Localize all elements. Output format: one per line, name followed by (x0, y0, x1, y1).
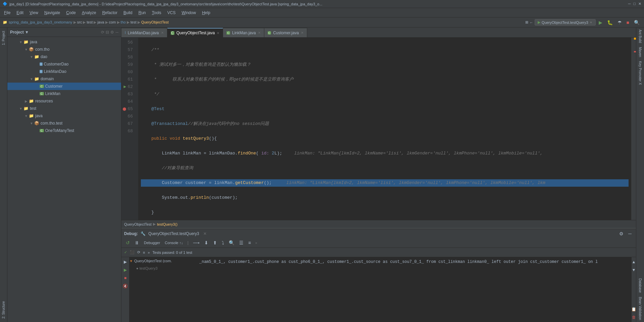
run-button[interactable]: ▶ (597, 19, 604, 26)
code-line-66: System.out.println(customer); (141, 194, 629, 201)
menu-edit[interactable]: Edit (14, 9, 26, 16)
search-button[interactable]: 🔍 (632, 19, 641, 26)
menu-code[interactable]: Code (63, 9, 78, 16)
console-line-1: _nam5_0_1_, customer1_.cust_phone as cus… (199, 259, 629, 265)
right-panels: Ant Build Maven Key Promoter X Database … (636, 28, 644, 322)
run-config[interactable]: ▶ QueryObjectTest.testQuery3 ▼ (535, 19, 596, 26)
tree-item-java[interactable]: ▼ 📁 java (7, 38, 121, 46)
tree-item-com-tho-test[interactable]: ▼ 📦 com.tho.test (7, 120, 121, 127)
code-content[interactable]: /** * 测试对多一，对象导航查询是否默认为懒加载？ * 联系人对象导航客户的… (138, 38, 631, 220)
run-tests-icon[interactable]: ⟳ (137, 250, 140, 255)
menu-file[interactable]: File (1, 9, 13, 16)
back-icon[interactable]: ← (530, 20, 533, 25)
close-debug-session[interactable]: ✕ (203, 231, 207, 236)
menu-tools[interactable]: Tools (149, 9, 164, 16)
project-tab[interactable]: 1: Project (1, 29, 6, 47)
database-tab[interactable]: Database (638, 276, 643, 295)
tree-item-onetomanytest[interactable]: C OneToManyTest (7, 127, 121, 134)
step-into-button[interactable]: ⬇ (203, 239, 210, 246)
tab-close-linkman[interactable]: ✕ (258, 31, 261, 35)
sync-button[interactable]: ⟳ (101, 30, 104, 35)
tab-close-customer[interactable]: ✕ (301, 31, 304, 35)
menu-bar: File Edit View Navigate Code Analyze Ref… (0, 8, 644, 17)
coverage-button[interactable]: ☂ (616, 19, 624, 26)
step-over-button[interactable]: ⟶ (191, 239, 201, 246)
maven-tab[interactable]: Maven (638, 45, 643, 59)
gutter-67: 67 (121, 120, 136, 128)
scroll-down-button[interactable]: ▼ (631, 267, 636, 273)
debug-minimize-button[interactable]: ─ (627, 230, 633, 237)
pause-button[interactable]: ⏸ (133, 239, 141, 246)
structure-tab[interactable]: 2: Structure (1, 299, 6, 321)
layout-icon[interactable]: ⊞ (525, 20, 528, 25)
copy-output-button[interactable]: 📋 (631, 306, 636, 313)
debugger-tab-btn[interactable]: Debugger (142, 240, 162, 245)
stop-button[interactable]: ■ (625, 19, 631, 26)
stop-test-icon[interactable]: ⬛ (130, 250, 135, 255)
console-tab-btn[interactable]: Console ↑↓ (163, 240, 184, 245)
rerun-button[interactable]: ↺ (124, 239, 131, 246)
debug-button[interactable]: 🐛 (605, 19, 614, 26)
tab-close-linkmandao[interactable]: ✕ (161, 31, 164, 35)
menu-view[interactable]: View (27, 9, 41, 16)
change-indicator (634, 38, 636, 40)
tab-linkman[interactable]: C LinkMan.java ✕ (223, 28, 264, 37)
run-icon[interactable]: ▶ (124, 83, 126, 91)
tab-customer[interactable]: C Customer.java ✕ (264, 28, 307, 37)
variables-button[interactable]: ≡ (247, 239, 253, 246)
test-result-text: Tests passed: 0 of 1 test (153, 250, 193, 255)
tree-item-dao[interactable]: ▼ 📁 dao (7, 53, 121, 60)
run-to-cursor-button[interactable]: ⤵ (220, 239, 226, 246)
more-options[interactable]: » (148, 250, 150, 255)
debug-resume-button[interactable]: ▶ (122, 267, 129, 273)
tree-item-resources[interactable]: ▶ 📁 resources (7, 97, 121, 105)
debug-toolbar: ↺ ⏸ Debugger Console ↑↓ | ⟶ ⬇ ⬆ ⤵ 🔍 ☰ ≡ … (121, 238, 636, 248)
tree-item-domain[interactable]: ▼ 📁 domain (7, 75, 121, 83)
key-promoter-tab[interactable]: Key Promoter X (638, 59, 643, 87)
code-line-57: * 测试对多一，对象导航查询是否默认为懒加载？ (141, 61, 629, 68)
menu-help[interactable]: Help (199, 9, 213, 16)
tree-item-java-test[interactable]: ▼ 📁 java (7, 112, 121, 120)
evaluate-button[interactable]: 🔍 (227, 239, 236, 246)
scrollbar-track[interactable] (631, 38, 636, 220)
menu-run[interactable]: Run (136, 9, 149, 16)
debug-tree-root[interactable]: ▼ QueryObjectTest (com. (129, 257, 196, 265)
menu-refactor[interactable]: Refactor (100, 9, 120, 16)
scroll-up-button[interactable]: ▲ (631, 259, 636, 265)
menu-analyze[interactable]: Analyze (79, 9, 99, 16)
tab-close-queryobjecttest[interactable]: ✕ (217, 31, 219, 35)
gutter-58: 58 (121, 54, 136, 61)
maximize-button[interactable]: □ (633, 2, 636, 6)
menu-navigate[interactable]: Navigate (42, 9, 63, 16)
tree-item-test[interactable]: ▼ 📁 test (7, 105, 121, 112)
breakpoint-icon[interactable] (123, 107, 126, 111)
minimize-button[interactable]: ─ (628, 2, 631, 6)
ant-build-tab[interactable]: Ant Build (638, 28, 643, 45)
debug-stop-button[interactable]: ■ (122, 275, 129, 281)
clear-output-button[interactable]: 🗑 (631, 314, 636, 321)
filter-icon[interactable]: ≡ (143, 250, 145, 255)
debug-play-button[interactable]: ▶ (122, 259, 129, 265)
tab-queryobjecttest[interactable]: C QueryObjectTest.java ✕ (167, 28, 223, 37)
tree-item-linkman[interactable]: C LinkMan (7, 90, 121, 97)
gutter-63: 63 (121, 91, 136, 98)
debug-tree-method[interactable]: ● testQuery3 (129, 265, 196, 272)
menu-vcs[interactable]: VCS (165, 9, 178, 16)
minimize-panel-button[interactable]: ─ (115, 30, 118, 35)
tree-item-linkmandao[interactable]: I LinkManDao (7, 68, 121, 75)
collapse-all-button[interactable]: ⊟ (106, 30, 109, 35)
tab-linkmandao[interactable]: I LinkManDao.java ✕ (121, 28, 167, 37)
tree-item-com-tho[interactable]: ▼ 📦 com.tho (7, 46, 121, 53)
close-button[interactable]: ✕ (638, 2, 641, 6)
settings-button[interactable]: ⚙ (110, 30, 114, 35)
frames-button[interactable]: ☰ (237, 239, 245, 246)
step-out-button[interactable]: ⬆ (211, 239, 219, 246)
tree-item-customer[interactable]: C Customer (7, 83, 121, 90)
menu-build[interactable]: Build (121, 9, 135, 16)
menu-window[interactable]: Window (179, 9, 199, 16)
debug-mute-button[interactable]: 🔇 (122, 283, 129, 289)
tree-item-customerdao[interactable]: I CustomerDao (7, 60, 121, 68)
bean-validation-tab[interactable]: Bean Validation (638, 295, 643, 322)
debug-settings-button[interactable]: ⚙ (618, 230, 625, 237)
title-text: jpa_day1 [D:\ideaProjectPlace\spring_dat… (9, 2, 322, 6)
